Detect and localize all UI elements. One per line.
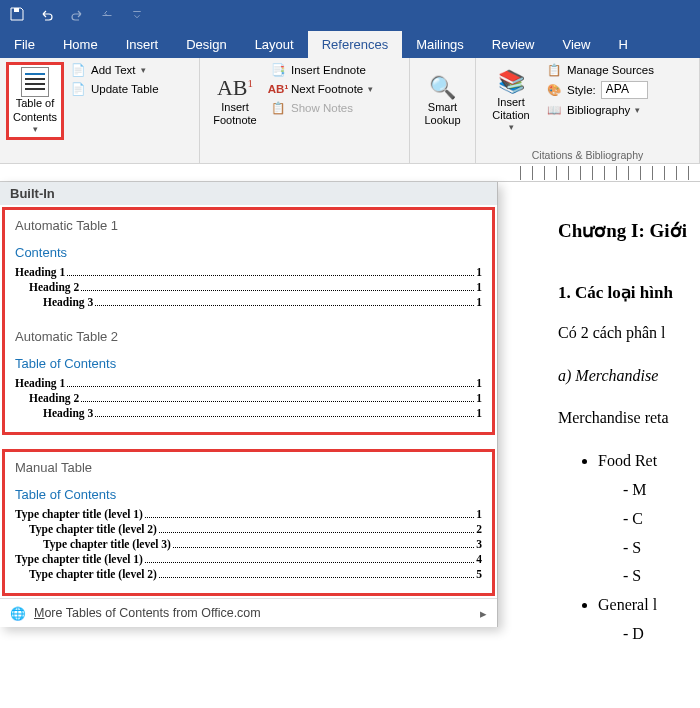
add-text-button[interactable]: 📄Add Text: [70, 62, 159, 78]
svg-rect-0: [14, 8, 19, 12]
show-notes-icon: 📋: [270, 100, 286, 116]
toc-preview-row: Heading 21: [15, 281, 482, 294]
tab-file[interactable]: File: [0, 31, 49, 58]
doc-heading-2: 1. Các loại hình: [558, 278, 700, 309]
save-icon[interactable]: [8, 5, 26, 23]
insert-footnote-button[interactable]: AB1 Insert Footnote: [206, 62, 264, 140]
tab-review[interactable]: Review: [478, 31, 549, 58]
undo-icon[interactable]: [38, 5, 56, 23]
quick-access-toolbar: [0, 0, 700, 28]
tab-layout[interactable]: Layout: [241, 31, 308, 58]
toc-preview-row: Heading 31: [15, 407, 482, 420]
gallery-manual-group: Manual Table Table of Contents Type chap…: [2, 449, 495, 596]
style-select[interactable]: APA: [601, 81, 648, 99]
tab-mailings[interactable]: Mailings: [402, 31, 478, 58]
manage-sources-button[interactable]: 📋Manage Sources: [546, 62, 654, 78]
toc-label: Table of Contents: [13, 97, 57, 123]
document-preview: Chương I: Giới 1. Các loại hình Có 2 các…: [510, 182, 700, 708]
doc-paragraph: a) Merchandise: [558, 362, 700, 391]
smart-lookup-button[interactable]: 🔍 Smart Lookup: [416, 62, 469, 140]
network-icon: 🌐: [10, 605, 26, 621]
chevron-right-icon: ▸: [480, 606, 487, 621]
smart-lookup-icon: 🔍: [429, 75, 456, 101]
toc-icon: [21, 67, 49, 97]
qat-customize-icon[interactable]: [128, 5, 146, 23]
doc-heading-1: Chương I: Giới: [558, 214, 700, 248]
endnote-icon: 📑: [270, 62, 286, 78]
next-footnote-icon: AB¹: [270, 81, 286, 97]
tab-home[interactable]: Home: [49, 31, 112, 58]
tab-insert[interactable]: Insert: [112, 31, 173, 58]
style-select-row: 🎨Style: APA: [546, 81, 654, 99]
doc-paragraph: Merchandise reta: [558, 404, 700, 433]
update-table-button[interactable]: 📄Update Table: [70, 81, 159, 97]
doc-paragraph: Có 2 cách phân l: [558, 319, 700, 348]
gallery-item-auto1[interactable]: Automatic Table 1 Contents Heading 11Hea…: [5, 210, 492, 321]
gallery-builtin-group: Automatic Table 1 Contents Heading 11Hea…: [2, 207, 495, 435]
gallery-item-auto2[interactable]: Automatic Table 2 Table of Contents Head…: [5, 321, 492, 432]
table-of-contents-button[interactable]: Table of Contents: [6, 62, 64, 140]
doc-list: Food Ret M C S S General l D: [558, 447, 700, 649]
bibliography-button[interactable]: 📖Bibliography: [546, 102, 654, 118]
qat-more-icon[interactable]: [98, 5, 116, 23]
next-footnote-button[interactable]: AB¹Next Footnote: [270, 81, 373, 97]
toc-preview-row: Type chapter title (level 2)2: [15, 523, 482, 536]
more-tables-link[interactable]: 🌐 More Tables of Contents from Office.co…: [0, 598, 497, 627]
toc-preview-row: Heading 31: [15, 296, 482, 309]
toc-preview-row: Heading 21: [15, 392, 482, 405]
redo-icon[interactable]: [68, 5, 86, 23]
ribbon-tabs: File Home Insert Design Layout Reference…: [0, 28, 700, 58]
show-notes-button[interactable]: 📋Show Notes: [270, 100, 373, 116]
citations-group-label: Citations & Bibliography: [482, 147, 693, 161]
toc-preview-row: Type chapter title (level 3)3: [15, 538, 482, 551]
citation-icon: 📚: [498, 69, 525, 95]
insert-endnote-button[interactable]: 📑Insert Endnote: [270, 62, 373, 78]
ribbon: Table of Contents 📄Add Text 📄Update Tabl…: [0, 58, 700, 164]
toc-preview-row: Type chapter title (level 2)5: [15, 568, 482, 581]
gallery-section-builtin: Built-In: [0, 182, 497, 205]
toc-preview-row: Type chapter title (level 1)4: [15, 553, 482, 566]
toc-gallery: Built-In Automatic Table 1 Contents Head…: [0, 182, 498, 627]
update-table-icon: 📄: [70, 81, 86, 97]
gallery-item-manual[interactable]: Manual Table Table of Contents Type chap…: [5, 452, 492, 593]
add-text-icon: 📄: [70, 62, 86, 78]
toc-preview-row: Heading 11: [15, 377, 482, 390]
tab-design[interactable]: Design: [172, 31, 240, 58]
toc-preview-row: Heading 11: [15, 266, 482, 279]
bibliography-icon: 📖: [546, 102, 562, 118]
tab-view[interactable]: View: [548, 31, 604, 58]
tab-references[interactable]: References: [308, 31, 402, 58]
ruler: [0, 164, 700, 182]
tab-help[interactable]: H: [604, 31, 641, 58]
footnote-icon: AB1: [217, 75, 253, 101]
manage-sources-icon: 📋: [546, 62, 562, 78]
toc-preview-row: Type chapter title (level 1)1: [15, 508, 482, 521]
style-icon: 🎨: [546, 82, 562, 98]
insert-citation-button[interactable]: 📚 Insert Citation: [482, 62, 540, 140]
